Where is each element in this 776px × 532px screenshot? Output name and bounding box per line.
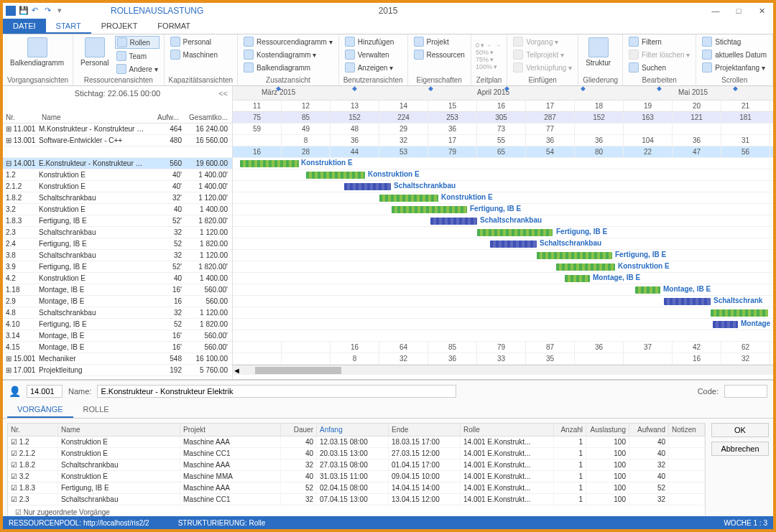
gantt-bar[interactable] [240,160,299,167]
table-row[interactable]: ⊞ 11.001M.Konstrukteur - Konstrukteur Me… [3,123,232,135]
table-row[interactable]: ⊟ 14.001E.Konstrukteur - Konstrukteur El… [3,158,232,169]
andere-button[interactable]: Andere ▾ [115,63,160,75]
col-aufw[interactable]: Aufw... [146,112,182,123]
col-ges[interactable]: Gesamtko... [182,112,232,123]
table-row[interactable]: 4.15Montage, IB E16'560.00' [3,342,232,353]
qat-dropdown-icon[interactable]: ▾ [57,6,68,16]
projekt-props-button[interactable]: Projekt [412,36,466,47]
table-row[interactable]: 3.14Montage, IB E16'560.00' [3,330,232,342]
balkendiagramm2-button[interactable]: Balkendiagramm [242,62,334,73]
gantt-bar[interactable] [430,218,477,225]
detail-row[interactable]: ☑ 2.3SchaltschrankbauMaschine CC13207.04… [8,494,705,505]
table-row[interactable]: 1.2Konstruktion E40'1 400.00' [3,169,232,181]
filtern-button[interactable]: Filtern [627,36,691,47]
gantt-row[interactable]: Schaltschrankbau [233,215,773,227]
gantt-row[interactable]: Montage, IB E [233,273,773,284]
gantt-bar[interactable] [344,183,391,190]
detail-tab-vorgaenge[interactable]: VORGÄNGE [7,402,73,418]
detail-name-field[interactable] [97,385,456,398]
gantt-row[interactable]: Schaltschrankbau [233,238,773,250]
close-button[interactable]: ✕ [753,6,770,16]
table-row[interactable]: ⊞ 17.001Projektleitung1925 760.00 [3,365,232,376]
verwalten-button[interactable]: Verwalten [343,49,396,60]
gantt-row[interactable]: Montage, IB E [233,284,773,296]
projektanfang-button[interactable]: Projektanfang ▾ [701,62,768,73]
table-row[interactable] [3,146,232,158]
table-row[interactable]: 3.9Fertigung, IB E52'1 820.00' [3,261,232,273]
detail-id-field[interactable] [27,385,63,398]
gantt-row[interactable]: Schaltschrank [233,296,773,307]
personal-button[interactable]: Personal [78,36,111,76]
detail-row[interactable]: ☑ 1.8.2SchaltschrankbauMaschine AAA3227.… [8,459,705,471]
detail-row[interactable]: ☑ 3.2Konstruktion EMaschine MMA4031.03.1… [8,471,705,482]
gantt-row[interactable]: Montage [233,319,773,330]
detail-row[interactable]: ☑ 1.8.3Fertigung, IB EMaschine AAA5202.0… [8,482,705,494]
balkendiagramm-button[interactable]: Balkendiagramm [7,36,67,76]
undo-icon[interactable]: ↶ [32,6,42,16]
table-row[interactable]: 4.10Fertigung, IB E521 820.00 [3,319,232,330]
gantt-bar[interactable] [306,172,365,179]
cancel-button[interactable]: Abbrechen [711,442,769,456]
tab-format[interactable]: FORMAT [147,19,200,34]
gantt-row[interactable] [233,307,773,319]
struktur-button[interactable]: Struktur [583,36,614,76]
detail-code-field[interactable] [724,385,767,398]
tab-start[interactable]: START [46,19,91,34]
gantt-row[interactable]: Fertigung, IB E [233,250,773,261]
gantt-row[interactable]: Fertigung, IB E [233,204,773,215]
anzeigen-button[interactable]: Anzeigen ▾ [343,62,396,73]
table-row[interactable]: 1.8.3Fertigung, IB E52'1 820.00' [3,215,232,227]
tab-datei[interactable]: DATEI [3,19,46,34]
gantt-bar[interactable] [711,309,768,317]
rollen-button[interactable]: Rollen [115,36,160,49]
table-row[interactable]: 1.18Montage, IB E16'560.00' [3,284,232,296]
table-row[interactable]: 2.4Fertigung, IB E521 820.00 [3,238,232,250]
detail-tab-rolle[interactable]: ROLLE [73,402,119,418]
redo-icon[interactable]: ↷ [45,6,55,16]
gantt-row[interactable]: Konstruktion E [233,192,773,204]
maschinen-button[interactable]: Maschinen [169,49,219,60]
save-icon[interactable]: 💾 [19,6,29,16]
tab-projekt[interactable]: PROJEKT [91,19,148,34]
gantt-row[interactable]: Konstruktion E [233,169,773,181]
ressourcendiagramm-button[interactable]: Ressourcendiagramm ▾ [242,36,334,47]
table-row[interactable]: 4.8Schaltschrankbau321 120.00 [3,307,232,319]
detail-row[interactable]: ☑ 1.2Konstruktion EMaschine AAA4012.03.1… [8,437,705,448]
table-row[interactable]: ⊞ 13.001Software-Entwickler - C++48016 5… [3,135,232,146]
gantt-bar[interactable] [565,275,590,282]
gantt-bar[interactable] [713,321,738,328]
kostendiagramm-button[interactable]: Kostendiagramm ▾ [242,49,334,60]
horizontal-scrollbar[interactable]: ◄ [233,365,773,375]
stichtag-button[interactable]: Stichtag [701,36,768,47]
gantt-row[interactable]: Fertigung, IB E [233,227,773,238]
gantt-bar[interactable] [664,298,711,305]
gantt-row[interactable]: Schaltschrankbau [233,181,773,192]
aktuelles-datum-button[interactable]: aktuelles Datum [701,49,768,60]
minimize-button[interactable]: — [707,6,724,16]
table-row[interactable]: ⊞ 15.001Mechaniker54816 100.00 [3,353,232,365]
table-row[interactable]: 3.8Schaltschrankbau321 120.00 [3,250,232,261]
hinzufuegen-button[interactable]: Hinzufügen [343,36,396,47]
personal2-button[interactable]: Personal [169,36,219,47]
detail-row[interactable]: ☑ 2.1.2Konstruktion EMaschine CC14020.03… [8,448,705,459]
gantt-bar[interactable] [635,286,660,294]
gantt-row[interactable]: Konstruktion E [233,158,773,169]
maximize-button[interactable]: □ [730,6,747,16]
gantt-bar[interactable] [490,241,537,248]
ok-button[interactable]: OK [711,423,769,437]
gantt-bar[interactable] [556,263,615,271]
team-button[interactable]: Team [115,50,160,62]
col-name[interactable]: Name [39,112,146,123]
collapse-icon[interactable]: << [218,89,228,98]
table-row[interactable]: 4.2Konstruktion E401 400.00 [3,273,232,284]
gantt-bar[interactable] [537,252,612,259]
gantt-row[interactable] [233,330,773,342]
ressourcen-props-button[interactable]: Ressourcen [412,49,466,60]
gantt-bar[interactable] [477,229,553,236]
table-row[interactable]: 2.9Montage, IB E16560.00 [3,296,232,307]
table-row[interactable]: 2.1.2Konstruktion E40'1 400.00' [3,181,232,192]
gantt-bar[interactable] [392,206,467,213]
table-row[interactable]: 2.3Schaltschrankbau321 120.00 [3,227,232,238]
table-row[interactable]: 1.8.2Schaltschrankbau32'1 120.00' [3,192,232,204]
gantt-row[interactable]: Konstruktion E [233,261,773,273]
